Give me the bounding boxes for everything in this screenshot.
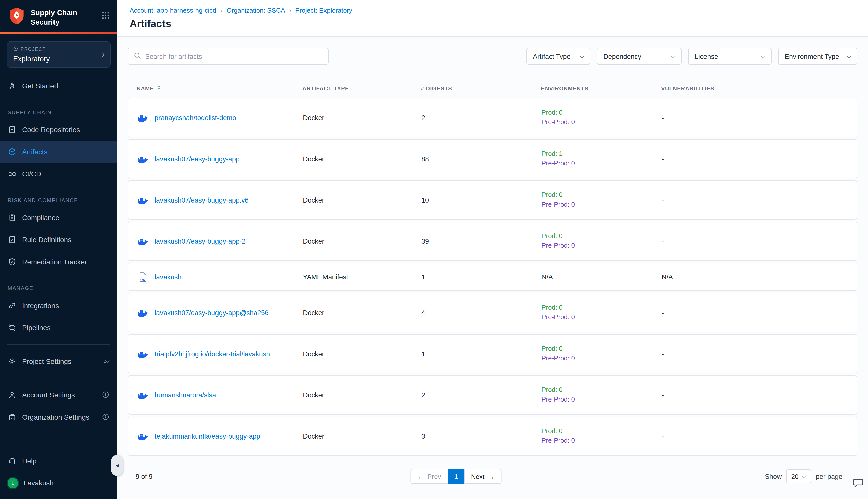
column-header-digests: # DIGESTS (421, 85, 541, 92)
sort-icon[interactable] (157, 85, 162, 92)
info-icon[interactable] (102, 391, 110, 399)
artifact-type-cell: Docker (303, 238, 421, 245)
arrow-right-icon: → (488, 473, 495, 480)
divider (7, 344, 110, 344)
preprod-env-link[interactable]: Pre-Prod: 0 (542, 436, 661, 446)
digests-cell: 4 (421, 309, 542, 316)
sidebar-item-integrations[interactable]: Integrations (0, 294, 117, 316)
page-size-select[interactable]: 20 (786, 469, 811, 484)
search-input[interactable] (145, 52, 322, 60)
sidebar-item-compliance[interactable]: Compliance (0, 206, 117, 228)
sidebar-item-label: Remediation Tracker (22, 257, 87, 266)
prod-env-link[interactable]: Prod: 0 (542, 191, 661, 200)
sidebar-item-organization-settings[interactable]: Organization Settings (0, 406, 117, 428)
artifact-name-link[interactable]: pranaycshah/todolist-demo (155, 114, 236, 121)
artifact-name-link[interactable]: tejakummarikuntla/easy-buggy-app (155, 433, 260, 440)
svg-text:YML: YML (140, 278, 145, 281)
prod-env-link[interactable]: Prod: 0 (542, 427, 661, 436)
preprod-env-link[interactable]: Pre-Prod: 0 (542, 241, 661, 251)
divider (7, 444, 110, 444)
prod-env-link[interactable]: Prod: 0 (542, 303, 661, 313)
yaml-file-icon: YML (137, 272, 148, 282)
vulnerabilities-cell: - (661, 114, 848, 121)
artifact-name-link[interactable]: lavakush07/easy-buggy-app:v6 (155, 196, 249, 204)
docker-icon (137, 309, 148, 316)
app-logo (7, 7, 26, 26)
sidebar-item-label: Project Settings (22, 357, 71, 365)
prod-env-link[interactable]: Prod: 0 (542, 232, 661, 241)
vulnerabilities-cell: - (661, 350, 848, 357)
environments-cell: Prod: 0Pre-Prod: 0 (542, 427, 661, 446)
chevron-right-icon: › (105, 358, 110, 363)
sidebar-item-label: Account Settings (22, 391, 75, 399)
sidebar-item-label: Rule Definitions (22, 235, 71, 243)
prev-page-button[interactable]: ←Prev (410, 469, 448, 484)
per-page-label: per page (816, 473, 842, 480)
filter-license[interactable]: License (688, 48, 771, 65)
user-menu[interactable]: L Lavakush (0, 472, 117, 494)
table-header: NAMEARTIFACT TYPE# DIGESTSENVIRONMENTSVU… (127, 85, 857, 92)
artifact-name-link[interactable]: lavakush07/easy-buggy-app (155, 155, 239, 162)
prod-env-link[interactable]: Prod: 0 (542, 108, 661, 118)
preprod-env-link[interactable]: Pre-Prod: 0 (542, 159, 661, 168)
preprod-env-link[interactable]: Pre-Prod: 0 (542, 200, 661, 209)
preprod-env-link[interactable]: Pre-Prod: 0 (542, 354, 661, 363)
sidebar-item-ci-cd[interactable]: CI/CD (0, 162, 117, 185)
shield-check-icon (8, 257, 16, 266)
sidebar-item-remediation-tracker[interactable]: Remediation Tracker (0, 251, 117, 272)
nav-section-label: MANAGE (0, 272, 117, 294)
project-selector[interactable]: PROJECT Exploratory › (7, 41, 111, 68)
sidebar-item-account-settings[interactable]: Account Settings (0, 384, 117, 406)
artifact-name-link[interactable]: lavakush (155, 273, 182, 281)
sidebar-item-rule-definitions[interactable]: Rule Definitions (0, 228, 117, 251)
pagination: ←Prev 1 Next→ (410, 469, 501, 484)
column-label: # DIGESTS (421, 85, 452, 91)
sidebar-footer: Help L Lavakush (0, 438, 117, 499)
column-header-artifact-type: ARTIFACT TYPE (302, 85, 421, 92)
prod-env-link[interactable]: Prod: 1 (542, 149, 661, 159)
breadcrumb-link[interactable]: Organization: SSCA (226, 7, 285, 14)
vulnerabilities-cell: - (661, 391, 848, 399)
filter-environment-type[interactable]: Environment Type (778, 48, 857, 65)
breadcrumb-separator: › (220, 7, 223, 14)
sidebar-nav: Get StartedSUPPLY CHAINCode Repositories… (0, 75, 117, 428)
artifact-name-link[interactable]: lavakush07/easy-buggy-app-2 (155, 238, 246, 245)
table-body: pranaycshah/todolist-demoDocker2Prod: 0P… (127, 98, 857, 458)
breadcrumb-link[interactable]: Account: app-harness-ng-cicd (129, 7, 216, 14)
preprod-env-link[interactable]: Pre-Prod: 0 (542, 395, 661, 404)
apps-grid-icon[interactable] (101, 11, 110, 22)
help-headset-icon (8, 457, 16, 465)
sidebar-item-artifacts[interactable]: Artifacts (0, 141, 117, 162)
sidebar-item-project-settings[interactable]: Project Settings› (0, 350, 117, 372)
filter-artifact-type[interactable]: Artifact Type (526, 48, 590, 65)
sidebar-item-help[interactable]: Help (0, 450, 117, 472)
link-icon (8, 301, 16, 309)
project-icon (13, 46, 18, 52)
digests-cell: 2 (421, 114, 542, 121)
breadcrumb-link[interactable]: Project: Exploratory (295, 7, 352, 14)
prod-env-link[interactable]: Prod: 0 (542, 386, 661, 395)
artifact-type-cell: Docker (303, 309, 421, 316)
filter-dependency[interactable]: Dependency (597, 48, 682, 65)
sidebar-collapse-handle[interactable]: ◀ (111, 455, 123, 476)
sidebar-item-get-started[interactable]: Get Started (0, 75, 117, 97)
sidebar-item-code-repositories[interactable]: Code Repositories (0, 118, 117, 141)
next-page-button[interactable]: Next→ (464, 469, 501, 484)
artifact-name-link[interactable]: lavakush07/easy-buggy-app@sha256 (155, 309, 269, 316)
chat-bubble-icon[interactable] (853, 477, 864, 491)
preprod-env-link[interactable]: Pre-Prod: 0 (542, 118, 661, 127)
artifact-name-link[interactable]: trialpfv2hi.jfrog.io/docker-trial/lavaku… (155, 350, 270, 357)
sidebar-item-pipelines[interactable]: Pipelines (0, 316, 117, 339)
sidebar-item-label: Integrations (22, 301, 59, 309)
chevron-right-icon: › (102, 50, 105, 59)
column-header-name[interactable]: NAME (137, 85, 302, 92)
page-1-button[interactable]: 1 (448, 469, 464, 484)
artifact-name-link[interactable]: humanshuarora/slsa (155, 391, 216, 399)
preprod-env-link[interactable]: Pre-Prod: 0 (542, 313, 661, 322)
table-row: YMLlavakushYAML Manifest1N/AN/A (127, 263, 857, 291)
table-row: lavakush07/easy-buggy-app@sha256Docker4P… (127, 293, 857, 332)
prod-env-link[interactable]: Prod: 0 (542, 344, 661, 354)
sidebar-item-label: Compliance (22, 213, 59, 221)
sidebar-item-label: Artifacts (22, 147, 48, 156)
info-icon[interactable] (102, 413, 110, 421)
